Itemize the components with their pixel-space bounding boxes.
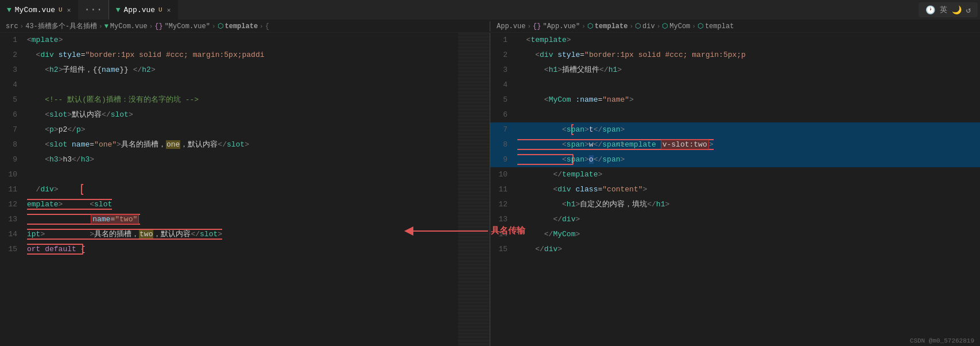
tab-app-modified: U [158,6,162,13]
tab-mycom-modified: U [59,6,63,13]
csdn-watermark: CSDN @m0_57262819 [910,337,974,344]
right-line-12: 12 <h1>自定义的内容，填坑</h1> [490,197,980,212]
breadcrumb-template-right: template [595,22,628,30]
right-line-15: 15 </div> [490,242,980,257]
left-editor-pane: 1 <mplate> 2 <div style="border:1px soli… [0,33,490,346]
left-line-3: 3 <h2>子组件，{{name}} </h2> [0,63,490,78]
refresh-icon[interactable]: ↺ [966,5,971,15]
arrow-head [404,226,413,236]
right-line-5: 5 <MyCom :name="name"> [490,93,980,107]
right-line-7: 7 <span>t</span> [490,122,980,137]
left-line-1: 1 <mplate> [0,33,490,48]
tab-app-close[interactable]: ✕ [167,6,171,14]
editor-container: 1 <mplate> 2 <div style="border:1px soli… [0,33,980,346]
right-editor-pane: 1 <template> 2 <div style="border:1px so… [490,33,980,346]
tab-overflow-dots[interactable]: ··· [78,4,108,16]
breadcrumb-template-left: template [225,22,258,30]
left-minimap [458,33,490,346]
left-line-8: 8 <slot name="one">具名的插槽，one，默认内容</slot> [0,137,490,152]
left-line-9: 9 <h3>h3</h3> [0,152,490,167]
left-code-area[interactable]: 1 <mplate> 2 <div style="border:1px soli… [0,33,490,346]
tab-app-vue[interactable]: ▼ App.vue U ✕ [109,0,179,20]
right-line-14: 14 </MyCom> [490,227,980,242]
right-line-3: 3 <h1>插槽父组件</h1> [490,63,980,78]
vue-icon-left: ▼ [7,6,11,14]
clock-icon: 🕐 [925,5,935,15]
right-line-4: 4 [490,78,980,93]
left-line-2: 2 <div style="border:1px solid #ccc; mar… [0,48,490,63]
right-line-1: 1 <template> [490,33,980,48]
right-line-10: 10 </template> [490,167,980,182]
tab-app-label: App.vue [123,6,155,14]
tab-bar: ▼ MyCom.vue U ✕ ··· ▼ App.vue U ✕ 🕐 英 🌙 … [0,0,980,20]
tab-mycom-close[interactable]: ✕ [67,6,71,14]
arrow-label: 具名传输 [491,225,525,236]
moon-icon: 🌙 [952,5,962,15]
breadcrumb-right: App.vue › {} "App.vue" › ⬡ template › ⬡ … [497,22,974,30]
vue-icon-right: ▼ [116,6,121,14]
arrow-container: 具名传输 [404,225,525,236]
left-line-10: 10 <slot name="two" >具名的插槽，two，默认内容</slo… [0,167,490,182]
left-line-4: 4 [0,78,490,93]
right-toolbar: 🕐 英 🌙 ↺ [919,2,978,17]
right-line-13: 13 </div> [490,212,980,227]
left-line-7: 7 <p>p2</p> [0,122,490,137]
left-line-5: 5 <!-- 默认(匿名)插槽：没有的名字的坑 --> [0,93,490,107]
lang-button[interactable]: 英 [940,5,947,15]
status-bar: CSDN @m0_57262819 [910,337,974,344]
right-code-area[interactable]: 1 <template> 2 <div style="border:1px so… [490,33,980,346]
right-line-9: 9 <span>o</span> [490,152,980,167]
tab-mycom-label: MyCom.vue [15,6,55,14]
arrow-line [413,230,488,232]
right-line-11: 11 <div class="content"> [490,182,980,197]
right-line-2: 2 <div style="border:1px solid #ccc; mar… [490,48,980,63]
breadcrumb: src › 43-插槽多个-具名插槽 › ▼ MyCom.vue › {} "M… [0,20,980,33]
right-line-8: 8 <span>w</span> [490,137,980,152]
left-tab-group: ▼ MyCom.vue U ✕ [0,0,78,20]
breadcrumb-separator [490,21,490,32]
left-line-6: 6 <slot>默认内容</slot> [0,107,490,122]
right-tab-group: ▼ App.vue U ✕ [109,0,179,20]
tab-mycom-vue[interactable]: ▼ MyCom.vue U ✕ [0,0,78,20]
breadcrumb-left: src › 43-插槽多个-具名插槽 › ▼ MyCom.vue › {} "M… [6,21,483,31]
right-line-6: 6 <template v-slot:two> [490,107,980,122]
